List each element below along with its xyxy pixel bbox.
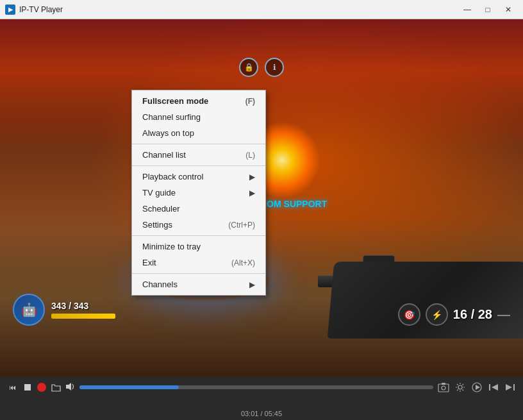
- menu-shortcut-exit: (Alt+X): [231, 258, 255, 267]
- time-display: 03:01 / 05:45: [6, 410, 517, 417]
- menu-label-playback-control: Playback control: [142, 172, 203, 181]
- health-fill: [51, 314, 115, 319]
- video-area[interactable]: 🔒 ℹ +100 ARMOR FROM SUPPORT 🤖 343 / 343 …: [0, 19, 523, 377]
- ammo-display: 🎯 ⚡ 16 / 28 —: [398, 303, 510, 326]
- menu-item-channels[interactable]: Channels ▶: [132, 276, 265, 292]
- health-info: 343 / 343: [51, 301, 115, 319]
- menu-item-minimize-tray[interactable]: Minimize to tray: [132, 239, 265, 255]
- menu-label-channel-list: Channel list: [142, 150, 186, 160]
- menu-item-scheduler[interactable]: Scheduler: [132, 201, 265, 217]
- menu-divider-4: [132, 273, 265, 274]
- app-title: IP-TV Player: [19, 5, 63, 14]
- menu-divider-1: [132, 144, 265, 144]
- skip-next-button[interactable]: [504, 381, 517, 394]
- menu-shortcut-settings: (Ctrl+P): [228, 221, 255, 230]
- context-menu: Fullscreen mode (F) Channel surfing Alwa…: [131, 90, 266, 296]
- hero-icon: 🤖: [13, 294, 45, 326]
- svg-rect-2: [438, 384, 449, 392]
- info-icon: ℹ: [265, 58, 284, 77]
- menu-label-always-on-top: Always on top: [142, 128, 194, 138]
- open-file-button[interactable]: [50, 382, 62, 393]
- controls-row1: ⏮: [6, 381, 517, 394]
- settings-button[interactable]: [454, 381, 467, 394]
- ammo-icon-1: 🎯: [398, 303, 420, 326]
- screenshot-button[interactable]: [437, 381, 450, 394]
- svg-marker-11: [506, 384, 512, 391]
- volume-button[interactable]: [65, 382, 76, 393]
- menu-item-fullscreen[interactable]: Fullscreen mode (F): [132, 93, 265, 109]
- right-controls: [437, 381, 517, 394]
- app-icon: ▶: [5, 4, 15, 15]
- gun-body: [328, 262, 523, 339]
- menu-arrow-tv-guide: ▶: [249, 189, 255, 197]
- menu-item-always-on-top[interactable]: Always on top: [132, 125, 265, 141]
- title-bar-buttons: — □ ✕: [458, 3, 518, 16]
- hud-top-icons: 🔒 ℹ: [239, 58, 284, 77]
- menu-divider-2: [132, 165, 265, 166]
- hud-bottom-left: 🤖 343 / 343: [13, 294, 115, 326]
- ammo-text: 16 / 28: [453, 307, 492, 322]
- controls-bar: ⏮: [0, 377, 523, 420]
- menu-divider-3: [132, 235, 265, 236]
- skip-prev-button[interactable]: [487, 381, 500, 394]
- minimize-button[interactable]: —: [458, 3, 477, 16]
- ammo-separator: —: [497, 307, 510, 322]
- menu-item-channel-surfing[interactable]: Channel surfing: [132, 109, 265, 125]
- health-bar: [51, 314, 115, 319]
- menu-arrow-playback: ▶: [249, 172, 255, 181]
- menu-label-channels: Channels: [142, 280, 178, 289]
- ammo-icon-2: ⚡: [426, 303, 448, 326]
- play-button[interactable]: [470, 381, 483, 394]
- stop-button[interactable]: [22, 382, 33, 393]
- svg-rect-4: [442, 383, 445, 385]
- menu-arrow-channels: ▶: [249, 280, 255, 289]
- record-button[interactable]: [37, 383, 46, 392]
- progress-bar[interactable]: [79, 385, 433, 389]
- svg-marker-9: [492, 384, 498, 391]
- lock-icon: 🔒: [239, 58, 258, 77]
- svg-point-3: [442, 386, 445, 390]
- svg-point-5: [458, 385, 462, 389]
- menu-label-minimize-tray: Minimize to tray: [142, 242, 201, 251]
- menu-item-playback-control[interactable]: Playback control ▶: [132, 169, 265, 185]
- maximize-button[interactable]: □: [478, 3, 497, 16]
- progress-fill: [79, 385, 179, 389]
- menu-label-channel-surfing: Channel surfing: [142, 112, 201, 122]
- health-text: 343 / 343: [51, 301, 115, 311]
- close-button[interactable]: ✕: [499, 3, 518, 16]
- svg-marker-7: [476, 385, 480, 390]
- menu-label-settings: Settings: [142, 220, 172, 230]
- menu-shortcut-fullscreen: (F): [245, 97, 255, 106]
- menu-shortcut-channel-list: (L): [245, 151, 255, 160]
- menu-label-tv-guide: TV guide: [142, 188, 176, 197]
- menu-item-exit[interactable]: Exit (Alt+X): [132, 255, 265, 271]
- menu-label-fullscreen: Fullscreen mode: [142, 96, 208, 106]
- svg-rect-0: [24, 384, 31, 391]
- prev-frame-button[interactable]: ⏮: [6, 382, 18, 393]
- menu-label-exit: Exit: [142, 258, 156, 267]
- svg-marker-1: [66, 383, 71, 391]
- menu-label-scheduler: Scheduler: [142, 204, 180, 214]
- menu-item-channel-list[interactable]: Channel list (L): [132, 147, 265, 163]
- svg-rect-10: [513, 384, 515, 391]
- title-bar: ▶ IP-TV Player — □ ✕: [0, 0, 523, 19]
- svg-rect-8: [489, 384, 490, 391]
- menu-item-settings[interactable]: Settings (Ctrl+P): [132, 217, 265, 233]
- title-bar-left: ▶ IP-TV Player: [5, 4, 63, 15]
- menu-item-tv-guide[interactable]: TV guide ▶: [132, 185, 265, 201]
